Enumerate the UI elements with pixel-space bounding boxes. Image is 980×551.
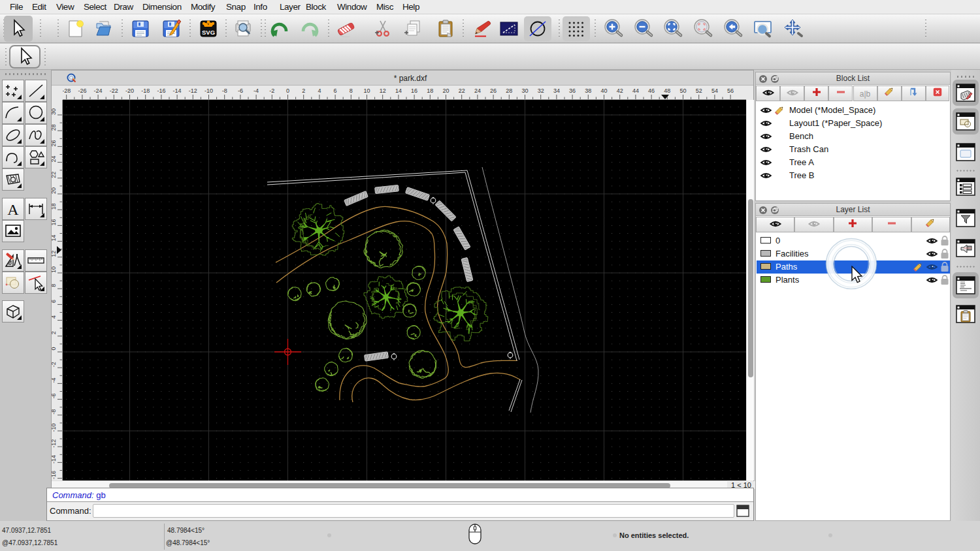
svg-text:-16: -16 bbox=[52, 471, 57, 479]
svg-text:A: A bbox=[7, 201, 19, 218]
svg-text:2: 2 bbox=[302, 87, 305, 94]
svg-text:14: 14 bbox=[52, 235, 57, 242]
svg-text:6: 6 bbox=[334, 87, 337, 94]
svg-text:52: 52 bbox=[696, 87, 702, 94]
svg-text:0: 0 bbox=[286, 87, 289, 94]
svg-text:16: 16 bbox=[52, 219, 57, 225]
svg-text:26: 26 bbox=[52, 140, 57, 146]
svg-text:2: 2 bbox=[52, 331, 57, 334]
svg-text:16: 16 bbox=[411, 87, 417, 94]
svg-text:32: 32 bbox=[538, 87, 544, 94]
svg-text:28: 28 bbox=[506, 87, 512, 94]
svg-text:-24: -24 bbox=[94, 87, 103, 94]
svg-text:4: 4 bbox=[318, 87, 321, 94]
svg-text:22: 22 bbox=[459, 87, 465, 94]
svg-text:30: 30 bbox=[52, 108, 57, 115]
svg-text:-26: -26 bbox=[78, 87, 86, 94]
svg-text:-4: -4 bbox=[253, 87, 259, 94]
svg-text:-12: -12 bbox=[52, 439, 57, 448]
svg-text:-14: -14 bbox=[173, 87, 182, 94]
svg-text:50: 50 bbox=[679, 87, 686, 94]
svg-text:-10: -10 bbox=[204, 87, 213, 94]
svg-text:24: 24 bbox=[474, 87, 481, 94]
svg-text:-20: -20 bbox=[125, 87, 134, 94]
svg-text:-14: -14 bbox=[52, 455, 57, 464]
svg-text:-22: -22 bbox=[110, 87, 118, 94]
svg-text:44: 44 bbox=[632, 87, 639, 94]
svg-text:28: 28 bbox=[52, 124, 57, 131]
svg-text:54: 54 bbox=[711, 87, 718, 94]
svg-text:-10: -10 bbox=[52, 423, 57, 432]
svg-text:10: 10 bbox=[52, 266, 57, 273]
svg-text:56: 56 bbox=[727, 87, 734, 94]
svg-text:-16: -16 bbox=[157, 87, 165, 94]
svg-text:SVG: SVG bbox=[202, 29, 215, 36]
svg-text:18: 18 bbox=[52, 203, 57, 210]
svg-text:34: 34 bbox=[553, 87, 560, 94]
svg-text:38: 38 bbox=[585, 87, 591, 94]
svg-text:0: 0 bbox=[52, 347, 57, 350]
svg-text:18: 18 bbox=[427, 87, 433, 94]
svg-text:-18: -18 bbox=[141, 87, 150, 94]
svg-text:12: 12 bbox=[52, 251, 57, 257]
svg-text:42: 42 bbox=[617, 87, 623, 94]
svg-text:40: 40 bbox=[600, 87, 607, 94]
svg-text:-6: -6 bbox=[238, 87, 243, 94]
svg-text:-8: -8 bbox=[222, 87, 227, 94]
svg-text:6: 6 bbox=[52, 300, 57, 303]
svg-text:22: 22 bbox=[52, 172, 57, 178]
svg-text:-8: -8 bbox=[52, 409, 57, 415]
svg-text:4: 4 bbox=[52, 315, 57, 319]
svg-text:8: 8 bbox=[52, 284, 57, 287]
svg-text:-6: -6 bbox=[52, 394, 57, 399]
svg-text:46: 46 bbox=[648, 87, 655, 94]
svg-text:36: 36 bbox=[569, 87, 576, 94]
svg-text:-4: -4 bbox=[52, 377, 57, 383]
svg-text:-2: -2 bbox=[269, 87, 274, 94]
svg-text:20: 20 bbox=[52, 187, 57, 194]
svg-text:30: 30 bbox=[521, 87, 528, 94]
svg-text:8: 8 bbox=[350, 87, 353, 94]
svg-text:26: 26 bbox=[490, 87, 497, 94]
svg-text:10: 10 bbox=[363, 87, 370, 94]
svg-text:48: 48 bbox=[664, 87, 670, 94]
svg-text:20: 20 bbox=[442, 87, 449, 94]
svg-text:24: 24 bbox=[52, 156, 57, 163]
svg-text:-12: -12 bbox=[189, 87, 197, 94]
svg-text:12: 12 bbox=[380, 87, 386, 94]
svg-text:-28: -28 bbox=[63, 87, 71, 94]
svg-text:-2: -2 bbox=[52, 362, 57, 367]
svg-text:14: 14 bbox=[395, 87, 402, 94]
